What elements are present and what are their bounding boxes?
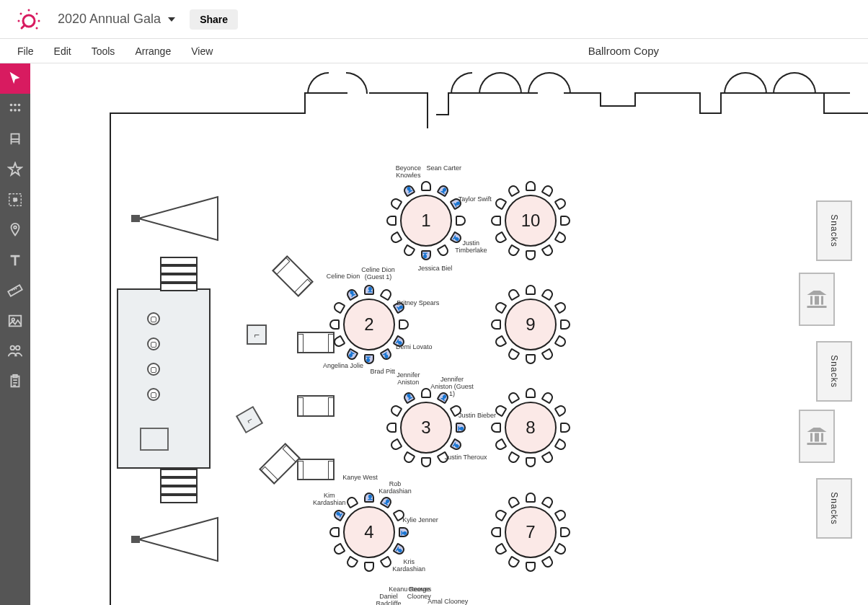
menu-tools[interactable]: Tools: [81, 41, 125, 61]
chair[interactable]: [560, 216, 570, 226]
guest-label: Celine Dion (Guest 1): [357, 266, 400, 281]
chair[interactable]: [364, 285, 374, 295]
svg-point-6: [36, 27, 38, 29]
table-body[interactable]: 4: [343, 506, 395, 558]
tool-image[interactable]: [0, 306, 30, 336]
table-body[interactable]: 3: [400, 402, 452, 454]
table-body[interactable]: 8: [505, 402, 557, 454]
chair[interactable]: [526, 562, 536, 572]
guest-label: Kylie Jenner: [399, 516, 442, 524]
tool-chair[interactable]: [0, 124, 30, 154]
svg-point-12: [18, 109, 21, 112]
chair[interactable]: [526, 493, 536, 503]
tool-location-pin[interactable]: [0, 215, 30, 245]
chair[interactable]: [456, 216, 466, 226]
menu-arrange[interactable]: Arrange: [125, 41, 181, 61]
display-station[interactable]: [799, 273, 835, 326]
table-body[interactable]: 10: [505, 195, 557, 247]
chair[interactable]: [421, 250, 431, 260]
caret-down-icon: [168, 17, 175, 22]
chair[interactable]: [421, 388, 431, 398]
chair[interactable]: [491, 423, 501, 433]
chair[interactable]: [364, 354, 374, 364]
tool-measure[interactable]: [0, 275, 30, 306]
guest-label: Justin Timberlake: [449, 239, 492, 254]
chair[interactable]: [456, 423, 466, 433]
chair[interactable]: [526, 181, 536, 191]
table-body[interactable]: 7: [505, 506, 557, 558]
tool-people[interactable]: [0, 336, 30, 366]
guest-label: Jennifer Aniston: [386, 371, 430, 386]
svg-point-20: [11, 346, 14, 350]
svg-point-7: [10, 104, 13, 107]
chair[interactable]: [329, 527, 340, 537]
chair[interactable]: [421, 457, 431, 467]
guest-label: Kim Kardashian: [308, 492, 351, 506]
document-title: Ballroom Copy: [588, 45, 659, 57]
chair[interactable]: [329, 319, 340, 330]
svg-point-2: [20, 12, 22, 14]
svg-point-9: [18, 104, 21, 107]
chair[interactable]: [526, 388, 536, 398]
svg-point-3: [36, 12, 38, 14]
chair[interactable]: [421, 181, 431, 191]
chair[interactable]: [386, 216, 397, 226]
tool-star[interactable]: [0, 154, 30, 185]
monitor[interactable]: [247, 324, 267, 345]
svg-marker-24: [138, 197, 218, 240]
chair[interactable]: [560, 423, 570, 433]
sofa[interactable]: [297, 459, 335, 480]
svg-point-11: [14, 109, 17, 112]
tool-seating[interactable]: [0, 94, 30, 124]
chair[interactable]: [399, 527, 409, 537]
tool-text[interactable]: [0, 245, 30, 275]
share-button[interactable]: Share: [190, 9, 238, 30]
chair[interactable]: [364, 493, 374, 503]
chair[interactable]: [526, 250, 536, 260]
floorplan-canvas[interactable]: Snacks Snacks Snacks 1Beyonce KnowlesSea…: [30, 63, 868, 605]
guest-label: Angelina Jolie: [322, 362, 365, 369]
svg-marker-26: [138, 518, 218, 561]
chair[interactable]: [364, 562, 374, 572]
guest-label: Kris Kardashian: [387, 558, 430, 573]
guest-label: Demi Lovato: [392, 343, 435, 350]
guest-label: Taylor Swift: [453, 195, 497, 203]
tool-pointer[interactable]: [0, 63, 30, 94]
chair[interactable]: [526, 354, 536, 364]
menu-edit[interactable]: Edit: [44, 41, 81, 61]
display-station[interactable]: [799, 410, 835, 463]
sofa[interactable]: [297, 332, 335, 353]
svg-rect-17: [8, 285, 22, 296]
tool-group-select[interactable]: [0, 185, 30, 215]
tool-clipboard[interactable]: [0, 366, 30, 397]
guest-label: Justin Bieber: [456, 412, 499, 419]
svg-rect-13: [12, 134, 19, 139]
menu-view[interactable]: View: [181, 41, 223, 61]
menu-file[interactable]: File: [7, 41, 44, 61]
app-logo[interactable]: [14, 5, 43, 34]
event-name-dropdown[interactable]: 2020 Annual Gala: [58, 12, 175, 27]
chair[interactable]: [526, 285, 536, 295]
chair[interactable]: [386, 423, 397, 433]
snack-station[interactable]: Snacks: [816, 478, 852, 539]
sofa[interactable]: [297, 395, 335, 417]
snack-station[interactable]: Snacks: [816, 341, 852, 402]
table-body[interactable]: 1: [400, 195, 452, 247]
table-body[interactable]: 2: [343, 299, 395, 350]
event-name-label: 2020 Annual Gala: [58, 12, 161, 27]
guest-label: Sean Carter: [422, 164, 466, 172]
chair[interactable]: [560, 527, 570, 537]
svg-point-16: [14, 226, 17, 229]
table-body[interactable]: 9: [505, 299, 557, 350]
left-toolbar: [0, 63, 30, 605]
chair[interactable]: [491, 319, 501, 330]
svg-point-21: [16, 346, 19, 350]
chair[interactable]: [526, 457, 536, 467]
chair[interactable]: [560, 319, 570, 330]
chair[interactable]: [491, 216, 501, 226]
chair[interactable]: [399, 319, 409, 330]
guest-label: Britney Spears: [397, 299, 440, 306]
snack-station[interactable]: Snacks: [816, 200, 852, 261]
svg-point-19: [12, 318, 14, 321]
chair[interactable]: [491, 527, 501, 537]
